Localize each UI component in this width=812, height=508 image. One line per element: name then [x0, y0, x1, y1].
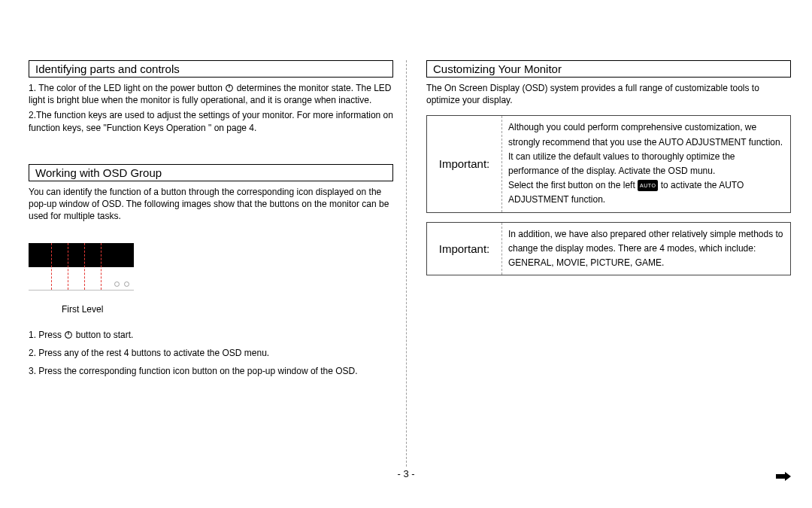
paragraph: The On Screen Display (OSD) system provi…	[426, 82, 791, 106]
section-heading-osd: Working with OSD Group	[29, 164, 393, 181]
section-heading-customizing: Customizing Your Monitor	[426, 60, 791, 78]
auto-badge-icon: AUTO	[638, 180, 658, 191]
manual-page: Identifying parts and controls 1. The co…	[0, 0, 812, 508]
figure-caption: First Level	[62, 304, 393, 315]
step-list: 1. Press button to start. 2. Press any o…	[29, 330, 393, 376]
left-column: Identifying parts and controls 1. The co…	[29, 60, 410, 508]
callout-label: Important:	[427, 116, 502, 211]
svg-marker-4	[776, 472, 791, 481]
text-run: 1. Press	[29, 330, 64, 340]
text-run: It can utilize the default values to tho…	[508, 151, 735, 176]
osd-button-lines	[29, 267, 134, 291]
monitor-bezel-graphic	[29, 243, 134, 267]
next-page-arrow-icon	[776, 472, 791, 481]
paragraph: You can identify the function of a butto…	[29, 186, 393, 223]
section-body: The On Screen Display (OSD) system provi…	[426, 82, 791, 106]
paragraph: 2.The function keys are used to adjust t…	[29, 109, 393, 133]
paragraph: 1. The color of the LED light on the pow…	[29, 82, 393, 106]
step-item: 1. Press button to start.	[29, 330, 393, 340]
column-divider	[406, 60, 407, 467]
power-icon	[64, 330, 73, 339]
osd-figure: First Level	[29, 243, 393, 315]
callout-important: Important: Although you could perform co…	[426, 115, 791, 212]
section-body: 1. The color of the LED light on the pow…	[29, 82, 393, 134]
callout-body: In addition, we have also prepared other…	[502, 223, 790, 275]
step-item: 3. Press the corresponding function icon…	[29, 366, 393, 376]
text-run: Although you could perform comprehensive…	[508, 122, 783, 147]
page-number: - 3 -	[0, 468, 812, 479]
section-heading-identifying: Identifying parts and controls	[29, 60, 393, 78]
text-run: Select the first button on the left	[508, 180, 638, 190]
callout-body: Although you could perform comprehensive…	[502, 116, 790, 211]
step-item: 2. Press any of the rest 4 buttons to ac…	[29, 348, 393, 358]
section-body: You can identify the function of a butto…	[29, 186, 393, 223]
right-column: Customizing Your Monitor The On Screen D…	[410, 60, 791, 508]
callout-important: Important: In addition, we have also pre…	[426, 222, 791, 276]
text-run: 1. The color of the LED light on the pow…	[29, 83, 225, 93]
callout-label: Important:	[427, 223, 502, 275]
text-run: button to start.	[76, 330, 134, 340]
power-icon	[225, 84, 234, 93]
